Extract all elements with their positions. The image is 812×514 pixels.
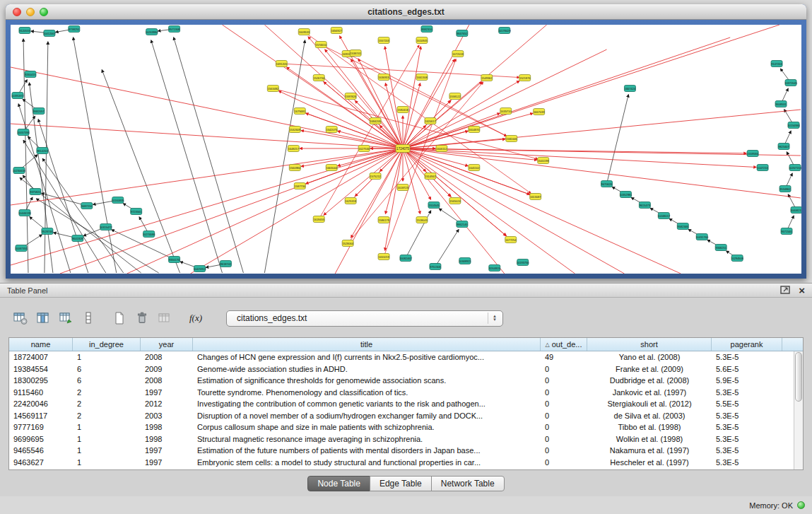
column-header-year[interactable]: year — [141, 338, 193, 351]
graph-node[interactable]: 1684205 — [370, 118, 382, 124]
graph-node[interactable]: 10412067 — [43, 30, 56, 37]
table-row[interactable]: 969969511998Structural magnetic resonanc… — [9, 433, 803, 445]
network-window[interactable]: citations_edges.txt 17240751606112151494… — [6, 4, 806, 279]
import-table-button[interactable] — [154, 308, 175, 329]
column-header-out_degree[interactable]: △out_de... — [541, 338, 587, 351]
graph-node[interactable]: 10057394 — [17, 129, 30, 136]
graph-node[interactable]: 9470626 — [601, 181, 613, 187]
graph-node[interactable]: 9751308 — [430, 264, 442, 270]
graph-node[interactable]: 10178429 — [498, 28, 511, 34]
graph-node[interactable]: 1542075 — [326, 127, 338, 133]
minimize-button[interactable] — [26, 8, 35, 16]
graph-node[interactable]: 9618742 — [220, 261, 232, 267]
column-header-short[interactable]: short — [587, 338, 712, 351]
table-row[interactable]: 1872400712008Changes of HCN gene express… — [9, 351, 803, 363]
graph-node[interactable]: 10267153 — [789, 165, 801, 171]
graph-node[interactable]: 1606112 — [436, 146, 447, 152]
graph-node[interactable]: 1521876 — [519, 75, 531, 81]
graph-node[interactable]: 1635710 — [500, 108, 512, 115]
graph-node[interactable]: 1667039 — [534, 109, 546, 115]
float-panel-button[interactable] — [780, 284, 790, 297]
graph-node[interactable]: 1514545 — [428, 202, 440, 209]
graph-node[interactable]: 10431760 — [695, 234, 708, 240]
graph-node[interactable]: 9260415 — [25, 71, 37, 78]
graph-node[interactable]: 10230618 — [13, 168, 25, 174]
graph-node[interactable]: 1549362 — [481, 75, 493, 81]
graph-node[interactable]: 1610945 — [416, 37, 428, 44]
graph-node[interactable]: 10082467 — [399, 255, 412, 262]
graph-node[interactable]: 8592310 — [421, 26, 433, 33]
graph-node[interactable]: 1656927 — [331, 28, 343, 34]
row-height-button[interactable] — [78, 308, 99, 329]
graph-node[interactable]: 10446193 — [18, 210, 31, 216]
graph-node[interactable]: 1627534 — [358, 146, 370, 152]
graph-node[interactable]: 10391872 — [11, 93, 24, 99]
graph-node[interactable]: 10294508 — [731, 255, 743, 262]
graph-node[interactable]: 9862140 — [457, 221, 469, 228]
table-row[interactable]: 2242004622012Investigating the contribut… — [9, 398, 803, 410]
graph-node[interactable]: 10193750 — [517, 259, 529, 266]
graph-node[interactable]: 1613087 — [530, 194, 542, 200]
graph-node[interactable]: 9671540 — [781, 228, 793, 235]
graph-node[interactable]: 1672018 — [452, 51, 464, 57]
network-window-titlebar[interactable]: citations_edges.txt — [6, 4, 806, 20]
graph-node[interactable]: 10263984 — [146, 29, 158, 35]
graph-node[interactable]: 10160835 — [112, 197, 124, 204]
graph-node[interactable]: 1677254 — [505, 237, 517, 243]
graph-node[interactable]: 9582346 — [677, 223, 689, 230]
table-row[interactable]: 977716911998Corpus callosum shape and si… — [9, 421, 803, 433]
close-panel-button[interactable]: × — [799, 285, 805, 296]
table-selector[interactable]: citations_edges.txt ▲▼ — [226, 310, 503, 327]
show-column-button[interactable] — [33, 308, 54, 329]
graph-node[interactable]: 10348921 — [459, 258, 471, 264]
graph-node[interactable]: 1574610 — [315, 42, 327, 48]
graph-node[interactable]: 9368251 — [715, 245, 727, 251]
graph-node[interactable]: 1047213 — [757, 165, 769, 171]
tab-node-table[interactable]: Node Table — [307, 476, 370, 491]
graph-node[interactable]: 1620617 — [425, 118, 437, 124]
graph-node[interactable]: 1563482 — [267, 86, 279, 92]
vertical-scrollbar[interactable] — [794, 351, 803, 469]
graph-node[interactable]: 1618723 — [397, 185, 409, 191]
graph-node[interactable]: 1559584 — [747, 151, 759, 157]
graph-node[interactable]: 1586179 — [378, 217, 390, 223]
table-row[interactable]: 1456911722003Disruption of a novel membe… — [9, 410, 803, 422]
tab-edge-table[interactable]: Edge Table — [370, 476, 432, 491]
function-builder-button[interactable]: f(x) — [185, 308, 206, 329]
graph-node[interactable]: 9641928 — [72, 235, 84, 242]
graph-node[interactable]: 9615473 — [639, 202, 651, 209]
graph-node[interactable]: 1557203 — [378, 37, 390, 44]
graph-node[interactable]: 9682057 — [33, 108, 45, 115]
graph-node[interactable]: 9147203 — [771, 61, 783, 67]
graph-node[interactable]: 1641102 — [469, 165, 480, 171]
graph-node[interactable]: 1609533 — [298, 29, 310, 35]
graph-node[interactable]: 1526734 — [313, 75, 325, 81]
graph-node[interactable]: 9487210 — [81, 203, 93, 209]
graph-node[interactable]: 9264815 — [489, 265, 501, 271]
graph-node[interactable]: 1648217 — [288, 146, 300, 152]
tab-network-table[interactable]: Network Table — [431, 476, 505, 491]
graph-node[interactable]: 10425913 — [194, 266, 206, 272]
graph-node[interactable]: 9375820 — [30, 189, 42, 195]
graph-node[interactable]: 1540198 — [538, 158, 550, 164]
graph-node[interactable]: 1619455 — [313, 216, 325, 223]
graph-node[interactable]: 10274086 — [143, 231, 155, 238]
graph-node[interactable]: 10087351 — [15, 245, 28, 252]
graph-node[interactable]: 10408219 — [790, 207, 801, 214]
graph-node[interactable]: 1565024 — [449, 198, 461, 204]
graph-node[interactable]: 1558122 — [449, 93, 461, 100]
zoom-button[interactable] — [40, 8, 48, 16]
graph-node[interactable]: 1667424 — [624, 86, 636, 92]
graph-node[interactable]: 10248017 — [657, 213, 670, 219]
graph-node[interactable]: 1661308 — [416, 74, 428, 81]
graph-node[interactable]: 1587730 — [294, 183, 306, 189]
graph-node[interactable]: 9120533 — [19, 28, 31, 34]
graph-node[interactable]: 9723561 — [131, 209, 143, 215]
graph-node[interactable]: 1518043 — [416, 217, 428, 223]
graph-node[interactable]: 1636915 — [378, 74, 390, 81]
close-button[interactable] — [13, 8, 21, 16]
column-header-name[interactable]: name — [9, 338, 73, 351]
table-row[interactable]: 946554611997Estimation of the future num… — [9, 445, 803, 457]
graph-node[interactable]: 1625318 — [345, 198, 357, 204]
graph-node[interactable]: 1575212 — [370, 173, 382, 180]
